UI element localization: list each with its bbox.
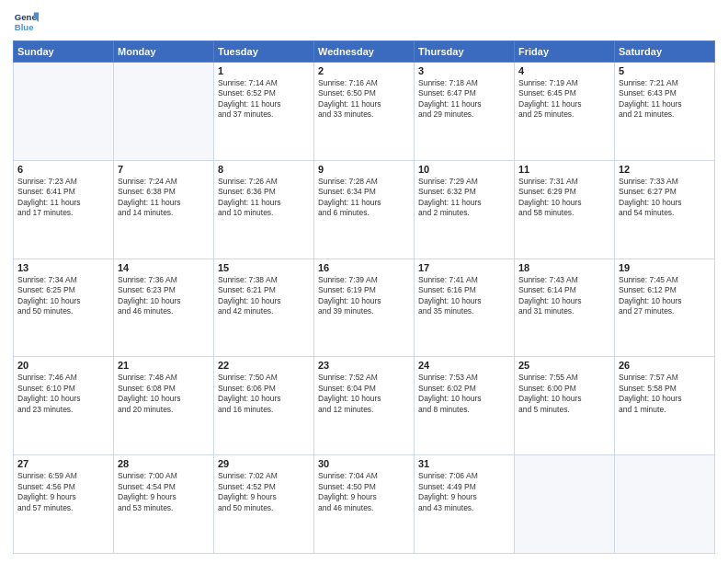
day-number: 10	[418, 164, 510, 175]
day-info: Sunrise: 7:19 AM Sunset: 6:45 PM Dayligh…	[518, 78, 610, 121]
day-info: Sunrise: 7:52 AM Sunset: 6:04 PM Dayligh…	[318, 373, 410, 415]
day-number: 16	[318, 262, 410, 273]
calendar-cell: 24Sunrise: 7:53 AM Sunset: 6:02 PM Dayli…	[415, 357, 515, 455]
day-info: Sunrise: 7:48 AM Sunset: 6:08 PM Dayligh…	[118, 373, 210, 415]
day-info: Sunrise: 7:50 AM Sunset: 6:06 PM Dayligh…	[218, 373, 310, 415]
day-header-saturday: Saturday	[615, 41, 715, 63]
day-number: 4	[518, 65, 610, 76]
day-info: Sunrise: 7:29 AM Sunset: 6:32 PM Dayligh…	[418, 177, 510, 219]
calendar-cell: 3Sunrise: 7:18 AM Sunset: 6:47 PM Daylig…	[415, 63, 515, 161]
day-number: 26	[619, 360, 711, 371]
day-info: Sunrise: 7:14 AM Sunset: 6:52 PM Dayligh…	[218, 78, 310, 121]
calendar-cell: 5Sunrise: 7:21 AM Sunset: 6:43 PM Daylig…	[615, 63, 715, 161]
day-header-friday: Friday	[515, 41, 615, 63]
day-number: 27	[17, 458, 109, 469]
day-number: 1	[218, 65, 310, 76]
day-header-thursday: Thursday	[415, 41, 515, 63]
day-number: 28	[118, 458, 210, 469]
calendar-cell: 28Sunrise: 7:00 AM Sunset: 4:54 PM Dayli…	[114, 455, 214, 554]
day-info: Sunrise: 7:39 AM Sunset: 6:19 PM Dayligh…	[318, 275, 410, 317]
day-header-tuesday: Tuesday	[214, 41, 314, 63]
day-number: 19	[619, 262, 711, 273]
calendar-cell: 27Sunrise: 6:59 AM Sunset: 4:56 PM Dayli…	[14, 455, 114, 554]
day-info: Sunrise: 7:38 AM Sunset: 6:21 PM Dayligh…	[218, 275, 310, 317]
calendar-cell: 2Sunrise: 7:16 AM Sunset: 6:50 PM Daylig…	[314, 63, 415, 161]
calendar-week-0: 1Sunrise: 7:14 AM Sunset: 6:52 PM Daylig…	[14, 63, 715, 161]
day-number: 8	[218, 164, 310, 175]
day-number: 31	[418, 458, 510, 469]
day-number: 11	[518, 164, 610, 175]
calendar-cell: 19Sunrise: 7:45 AM Sunset: 6:12 PM Dayli…	[615, 259, 715, 357]
day-info: Sunrise: 6:59 AM Sunset: 4:56 PM Dayligh…	[17, 471, 109, 513]
day-header-wednesday: Wednesday	[314, 41, 415, 63]
day-info: Sunrise: 7:16 AM Sunset: 6:50 PM Dayligh…	[318, 78, 410, 121]
calendar-week-4: 27Sunrise: 6:59 AM Sunset: 4:56 PM Dayli…	[14, 455, 715, 554]
day-number: 14	[118, 262, 210, 273]
calendar-cell: 4Sunrise: 7:19 AM Sunset: 6:45 PM Daylig…	[515, 63, 615, 161]
calendar-table: SundayMondayTuesdayWednesdayThursdayFrid…	[13, 40, 715, 554]
calendar-cell: 7Sunrise: 7:24 AM Sunset: 6:38 PM Daylig…	[114, 160, 214, 259]
day-number: 21	[118, 360, 210, 371]
calendar-week-2: 13Sunrise: 7:34 AM Sunset: 6:25 PM Dayli…	[14, 259, 715, 357]
calendar-cell: 8Sunrise: 7:26 AM Sunset: 6:36 PM Daylig…	[214, 160, 314, 259]
calendar-cell	[114, 63, 214, 161]
calendar-cell: 12Sunrise: 7:33 AM Sunset: 6:27 PM Dayli…	[615, 160, 715, 259]
calendar-cell: 25Sunrise: 7:55 AM Sunset: 6:00 PM Dayli…	[515, 357, 615, 455]
day-header-monday: Monday	[114, 41, 214, 63]
day-number: 18	[518, 262, 610, 273]
svg-text:Blue: Blue	[15, 22, 34, 32]
day-number: 30	[318, 458, 410, 469]
day-info: Sunrise: 7:23 AM Sunset: 6:41 PM Dayligh…	[17, 177, 109, 219]
day-header-sunday: Sunday	[14, 41, 114, 63]
calendar-cell: 20Sunrise: 7:46 AM Sunset: 6:10 PM Dayli…	[14, 357, 114, 455]
day-info: Sunrise: 7:43 AM Sunset: 6:14 PM Dayligh…	[518, 275, 610, 317]
logo: General Blue	[13, 9, 42, 35]
day-number: 13	[17, 262, 109, 273]
calendar-cell	[515, 455, 615, 554]
calendar-cell: 6Sunrise: 7:23 AM Sunset: 6:41 PM Daylig…	[14, 160, 114, 259]
day-info: Sunrise: 7:34 AM Sunset: 6:25 PM Dayligh…	[17, 275, 109, 317]
calendar-cell: 10Sunrise: 7:29 AM Sunset: 6:32 PM Dayli…	[415, 160, 515, 259]
calendar-cell: 23Sunrise: 7:52 AM Sunset: 6:04 PM Dayli…	[314, 357, 415, 455]
day-number: 15	[218, 262, 310, 273]
day-number: 25	[518, 360, 610, 371]
day-number: 6	[17, 164, 109, 175]
day-info: Sunrise: 7:55 AM Sunset: 6:00 PM Dayligh…	[518, 373, 610, 415]
day-number: 23	[318, 360, 410, 371]
day-number: 5	[619, 65, 711, 76]
day-info: Sunrise: 7:04 AM Sunset: 4:50 PM Dayligh…	[318, 471, 410, 513]
day-info: Sunrise: 7:24 AM Sunset: 6:38 PM Dayligh…	[118, 177, 210, 219]
day-info: Sunrise: 7:33 AM Sunset: 6:27 PM Dayligh…	[619, 177, 711, 219]
day-info: Sunrise: 7:57 AM Sunset: 5:58 PM Dayligh…	[619, 373, 711, 415]
calendar-cell	[615, 455, 715, 554]
page-header: General Blue	[13, 9, 715, 35]
calendar-cell: 31Sunrise: 7:06 AM Sunset: 4:49 PM Dayli…	[415, 455, 515, 554]
calendar-cell: 9Sunrise: 7:28 AM Sunset: 6:34 PM Daylig…	[314, 160, 415, 259]
logo-icon: General Blue	[13, 9, 39, 35]
day-info: Sunrise: 7:06 AM Sunset: 4:49 PM Dayligh…	[418, 471, 510, 513]
day-number: 2	[318, 65, 410, 76]
day-info: Sunrise: 7:26 AM Sunset: 6:36 PM Dayligh…	[218, 177, 310, 219]
day-number: 20	[17, 360, 109, 371]
calendar-week-3: 20Sunrise: 7:46 AM Sunset: 6:10 PM Dayli…	[14, 357, 715, 455]
day-number: 24	[418, 360, 510, 371]
day-info: Sunrise: 7:00 AM Sunset: 4:54 PM Dayligh…	[118, 471, 210, 513]
calendar-cell: 30Sunrise: 7:04 AM Sunset: 4:50 PM Dayli…	[314, 455, 415, 554]
day-number: 9	[318, 164, 410, 175]
calendar-cell: 26Sunrise: 7:57 AM Sunset: 5:58 PM Dayli…	[615, 357, 715, 455]
calendar-cell: 17Sunrise: 7:41 AM Sunset: 6:16 PM Dayli…	[415, 259, 515, 357]
calendar-cell: 16Sunrise: 7:39 AM Sunset: 6:19 PM Dayli…	[314, 259, 415, 357]
day-info: Sunrise: 7:45 AM Sunset: 6:12 PM Dayligh…	[619, 275, 711, 317]
calendar-cell: 29Sunrise: 7:02 AM Sunset: 4:52 PM Dayli…	[214, 455, 314, 554]
calendar-cell: 1Sunrise: 7:14 AM Sunset: 6:52 PM Daylig…	[214, 63, 314, 161]
day-number: 3	[418, 65, 510, 76]
calendar-cell: 21Sunrise: 7:48 AM Sunset: 6:08 PM Dayli…	[114, 357, 214, 455]
calendar-header-row: SundayMondayTuesdayWednesdayThursdayFrid…	[14, 41, 715, 63]
day-info: Sunrise: 7:36 AM Sunset: 6:23 PM Dayligh…	[118, 275, 210, 317]
calendar-cell: 13Sunrise: 7:34 AM Sunset: 6:25 PM Dayli…	[14, 259, 114, 357]
day-number: 12	[619, 164, 711, 175]
day-number: 17	[418, 262, 510, 273]
calendar-cell	[14, 63, 114, 161]
day-info: Sunrise: 7:31 AM Sunset: 6:29 PM Dayligh…	[518, 177, 610, 219]
calendar-cell: 14Sunrise: 7:36 AM Sunset: 6:23 PM Dayli…	[114, 259, 214, 357]
